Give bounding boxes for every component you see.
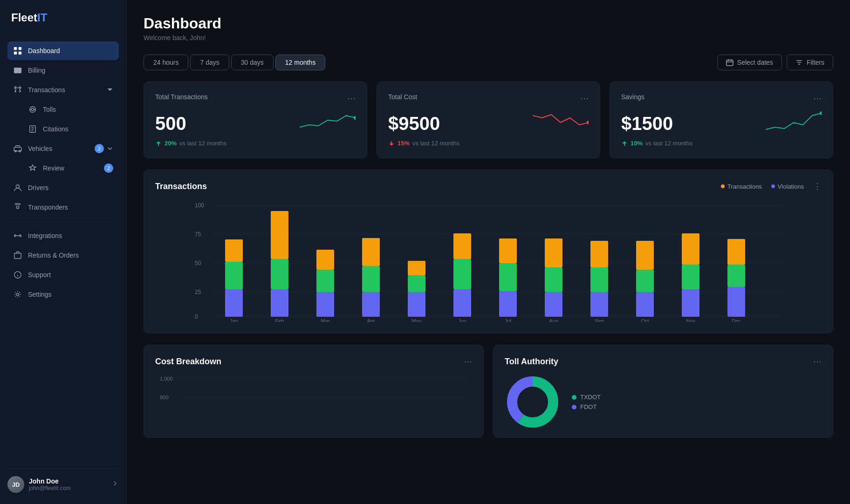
svg-rect-6 [15,72,17,73]
sidebar-item-drivers[interactable]: Drivers [7,178,119,197]
sidebar-item-label: Vehicles [28,145,52,152]
select-dates-label: Select dates [737,59,773,66]
toll-authority-card: Toll Authority ⋯ TXDOT FDO [493,345,833,438]
kpi-card-header: Total Transactions ⋯ [155,93,356,103]
kpi-value-row: $1500 [621,111,822,134]
trend-up-icon [621,140,628,147]
kpi-card-transactions: Total Transactions ⋯ 500 20% vs last 12 … [144,82,367,158]
sidebar-item-returns[interactable]: Returns & Orders [7,246,119,265]
kpi-label: Savings [621,93,644,101]
sidebar-divider [7,32,119,32]
svg-rect-68 [590,267,608,292]
kpi-grid: Total Transactions ⋯ 500 20% vs last 12 … [144,82,833,158]
bar-nov: Nov [682,233,699,322]
review-icon [28,163,37,173]
kpi-menu-button[interactable]: ⋯ [580,93,589,103]
sidebar-item-tolls[interactable]: Tolls [7,100,119,119]
sidebar-item-label: Settings [28,291,52,298]
toll-authority-menu-button[interactable]: ⋯ [813,356,822,367]
svg-point-16 [14,235,16,237]
svg-rect-35 [225,289,243,317]
bar-feb: Feb [271,211,288,322]
sidebar-item-support[interactable]: Support [7,266,119,284]
svg-text:Jul: Jul [505,318,511,322]
trend-up-icon [155,140,162,147]
filter-12m[interactable]: 12 months [275,54,325,70]
sidebar-item-integrations[interactable]: Integrations [7,226,119,245]
chart-menu-button[interactable]: ⋮ [813,181,822,191]
filter-24h[interactable]: 24 hours [144,54,188,70]
svg-text:100: 100 [195,202,204,209]
avatar-image: JD [7,476,24,493]
kpi-change-label: vs last 12 months [645,140,692,147]
svg-rect-39 [271,289,288,317]
kpi-label: Total Cost [388,93,417,101]
svg-rect-67 [590,292,608,317]
kpi-value-row: $9500 [388,111,589,134]
kpi-menu-button[interactable]: ⋯ [347,93,356,103]
bar-oct: Oct [636,241,654,322]
bar-jun: Jun [453,233,471,322]
svg-rect-2 [14,52,17,54]
svg-rect-64 [545,267,562,292]
filter-7d[interactable]: 7 days [190,54,229,70]
calendar-icon [726,59,733,66]
svg-text:800: 800 [160,395,168,400]
user-info: John Doe john@fleetit.com [29,477,107,491]
svg-rect-59 [499,291,517,317]
svg-rect-79 [727,287,745,317]
citations-icon [28,124,37,134]
svg-rect-51 [408,292,425,317]
bar-mar: Mar [316,250,334,322]
legend-dot-fdot [572,405,576,409]
bottom-grid: Cost Breakdown ⋯ 1,000 800 Toll Authorit… [144,345,833,438]
kpi-label: Total Transactions [155,93,208,101]
sidebar-item-billing[interactable]: Billing [7,61,119,80]
filters-button[interactable]: Filters [787,54,833,70]
user-profile[interactable]: JD John Doe john@fleetit.com [7,468,119,493]
main-content: Dashboard Welcome back, John! 24 hours 7… [127,0,850,504]
cost-breakdown-menu-button[interactable]: ⋯ [464,356,472,367]
toll-authority-header: Toll Authority ⋯ [505,356,822,367]
logo-accent: IT [37,11,47,24]
avatar: JD [7,476,24,493]
svg-rect-76 [682,265,699,289]
legend-label-fdot: FDOT [580,403,596,410]
bar-chart-svg: 100 75 50 25 0 Jan [155,201,822,322]
sidebar-item-settings[interactable]: Settings [7,285,119,304]
select-dates-button[interactable]: Select dates [717,54,782,70]
sidebar-item-vehicles[interactable]: Vehicles 2 [7,139,119,158]
svg-rect-3 [19,52,21,54]
kpi-change: 20% vs last 12 months [155,140,356,147]
svg-rect-36 [225,262,243,289]
filter-30d[interactable]: 30 days [231,54,274,70]
svg-point-14 [16,185,19,188]
svg-rect-72 [636,270,654,292]
donut-legend: TXDOT FDOT [572,394,601,410]
svg-text:50: 50 [195,260,201,266]
svg-rect-65 [545,238,562,267]
bar-apr: Apr [362,238,380,322]
svg-rect-69 [590,241,608,267]
filter-bar: 24 hours 7 days 30 days 12 months Select… [144,54,833,70]
cost-breakdown-title: Cost Breakdown [155,357,221,367]
sidebar-item-label: Transactions [28,86,65,94]
sidebar-item-review[interactable]: Review 2 [7,159,119,177]
svg-point-23 [587,121,589,124]
sidebar-item-transactions[interactable]: Transactions [7,81,119,99]
transponders-icon [13,203,22,212]
sidebar-item-transponders[interactable]: Transponders [7,198,119,217]
legend-transactions: Transactions [721,183,762,190]
svg-rect-80 [727,265,745,287]
legend-dot-txdot [572,395,576,400]
cost-breakdown-header: Cost Breakdown ⋯ [155,356,472,367]
sidebar-item-citations[interactable]: Citations [7,120,119,138]
svg-text:Oct: Oct [641,318,649,322]
sidebar-item-dashboard[interactable]: Dashboard [7,41,119,60]
trend-down-icon [388,140,395,147]
chart-header-right: Transactions Violations ⋮ [721,181,822,191]
svg-rect-73 [636,241,654,270]
chevron-down-icon [107,86,113,94]
kpi-menu-button[interactable]: ⋯ [813,93,822,103]
kpi-change-pct: 20% [165,140,177,147]
